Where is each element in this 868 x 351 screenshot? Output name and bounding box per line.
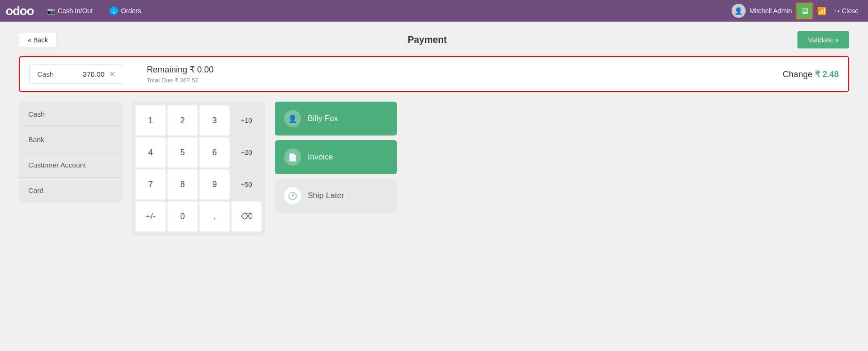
topnav-right: 👤 Mitchell Admin 🖥 📶 ↪ Close [732, 2, 862, 20]
action-btn-invoice[interactable]: 📄Invoice [275, 140, 397, 174]
payment-method-item-customer-account[interactable]: Customer Account [19, 152, 122, 178]
topnav: odoo 📷 Cash In/Out 1 Orders 👤 Mitchell A… [0, 0, 868, 22]
billy-fox-icon: 👤 [284, 110, 301, 127]
cash-inout-label: Cash In/Out [58, 7, 93, 15]
remaining-label: Remaining ₹ 0.00 [147, 64, 773, 75]
orders-nav[interactable]: 1 Orders [106, 5, 145, 17]
invoice-label: Invoice [308, 152, 333, 162]
ship-later-icon: 🕐 [284, 187, 301, 204]
numpad-btn-5[interactable]: 5 [167, 137, 198, 168]
action-buttons: 👤Billy Fox📄Invoice🕐Ship Later [275, 102, 397, 213]
summary-middle: Remaining ₹ 0.00 Total Due ₹ 367.52 [133, 64, 773, 84]
action-btn-billy-fox[interactable]: 👤Billy Fox [275, 102, 397, 136]
action-btn-ship-later[interactable]: 🕐Ship Later [275, 179, 397, 213]
numpad-btn-backspace[interactable]: ⌫ [231, 201, 262, 231]
numpad-btn-plus50[interactable]: +50 [231, 169, 262, 199]
cash-remove-icon[interactable]: ✕ [109, 70, 115, 79]
payment-summary-box: Cash 370.00 ✕ Remaining ₹ 0.00 Total Due… [19, 56, 849, 92]
page-header: « Back Payment Validate » [19, 31, 849, 48]
cash-entry-label: Cash [37, 70, 78, 78]
numpad-btn-2[interactable]: 2 [167, 105, 198, 136]
numpad-btn-plus20[interactable]: +20 [231, 137, 262, 168]
monitor-icon: 🖥 [800, 6, 809, 16]
logo-text: odoo [6, 4, 34, 18]
orders-badge: 1 [110, 7, 118, 15]
payment-method-item-bank[interactable]: Bank [19, 127, 122, 152]
user-name[interactable]: Mitchell Admin [749, 7, 792, 15]
numpad-btn-plusslash-[interactable]: +/- [135, 201, 166, 231]
numpad-btn-1[interactable]: 1 [135, 105, 166, 136]
bottom-area: CashBankCustomer AccountCard 123+10456+2… [19, 102, 849, 235]
numpad-btn-3[interactable]: 3 [199, 105, 230, 136]
payment-method-item-cash[interactable]: Cash [19, 102, 122, 127]
cash-inout-nav[interactable]: 📷 Cash In/Out [43, 5, 97, 16]
invoice-icon: 📄 [284, 149, 301, 166]
back-button[interactable]: « Back [19, 32, 57, 48]
cash-entry-amount: 370.00 [83, 70, 104, 78]
numpad-btn-plus10[interactable]: +10 [231, 105, 262, 136]
billy-fox-label: Billy Fox [308, 114, 338, 123]
change-display: Change ₹ 2.48 [783, 69, 839, 80]
logo: odoo [6, 4, 34, 18]
user-avatar: 👤 [732, 4, 746, 18]
orders-label: Orders [121, 7, 141, 15]
camera-icon: 📷 [47, 7, 55, 15]
main-content: « Back Payment Validate » Cash 370.00 ✕ … [0, 22, 868, 351]
wifi-icon: 📶 [817, 7, 827, 16]
numpad-btn-dot[interactable]: . [199, 201, 230, 231]
payment-method-item-card[interactable]: Card [19, 178, 122, 203]
total-due: Total Due ₹ 367.52 [147, 77, 773, 84]
ship-later-label: Ship Later [308, 191, 344, 200]
numpad: 123+10456+20789+50+/-0.⌫ [132, 102, 265, 235]
numpad-btn-8[interactable]: 8 [167, 169, 198, 199]
exit-icon: ↪ [834, 7, 840, 15]
page-title: Payment [407, 34, 446, 45]
change-amount: ₹ 2.48 [815, 70, 839, 79]
pos-screen-button[interactable]: 🖥 [796, 2, 813, 20]
validate-button[interactable]: Validate » [797, 31, 849, 48]
numpad-btn-7[interactable]: 7 [135, 169, 166, 199]
cash-entry: Cash 370.00 ✕ [29, 64, 123, 84]
numpad-btn-4[interactable]: 4 [135, 137, 166, 168]
numpad-btn-0[interactable]: 0 [167, 201, 198, 231]
numpad-btn-9[interactable]: 9 [199, 169, 230, 199]
close-label: Close [842, 7, 859, 15]
numpad-btn-6[interactable]: 6 [199, 137, 230, 168]
close-button[interactable]: ↪ Close [830, 5, 862, 16]
payment-methods-list: CashBankCustomer AccountCard [19, 102, 122, 203]
